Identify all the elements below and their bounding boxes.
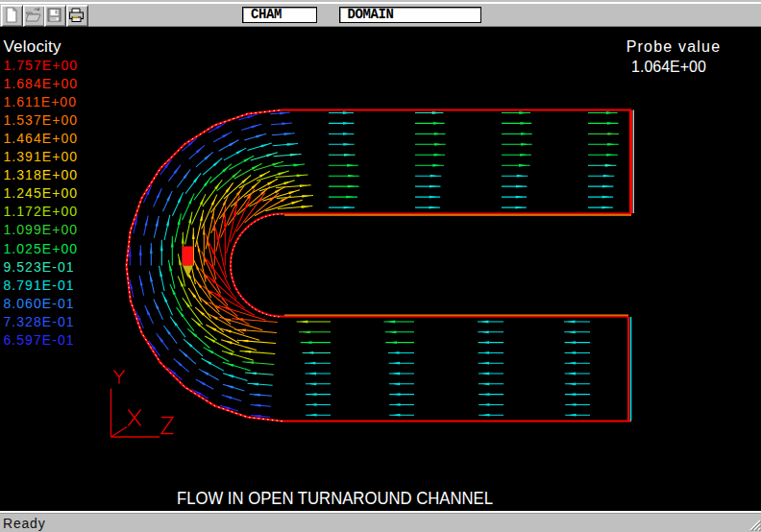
svg-text:1.245E+00: 1.245E+00 bbox=[4, 185, 79, 201]
svg-text:1.537E+00: 1.537E+00 bbox=[4, 112, 79, 128]
svg-text:8.791E-01: 8.791E-01 bbox=[4, 278, 75, 293]
svg-text:1.611E+00: 1.611E+00 bbox=[4, 94, 78, 109]
svg-text:1.684E+00: 1.684E+00 bbox=[4, 76, 79, 91]
svg-text:1.099E+00: 1.099E+00 bbox=[4, 222, 79, 237]
svg-text:1.025E+00: 1.025E+00 bbox=[4, 241, 79, 256]
svg-text:8.060E-01: 8.060E-01 bbox=[4, 296, 75, 311]
svg-text:Probe value: Probe value bbox=[626, 38, 722, 55]
svg-text:9.523E-01: 9.523E-01 bbox=[4, 259, 75, 275]
svg-text:1.318E+00: 1.318E+00 bbox=[4, 167, 79, 182]
svg-text:1.172E+00: 1.172E+00 bbox=[4, 204, 79, 219]
svg-text:1.464E+00: 1.464E+00 bbox=[4, 131, 79, 146]
svg-text:7.328E-01: 7.328E-01 bbox=[4, 314, 75, 329]
svg-text:Velocity: Velocity bbox=[4, 37, 61, 56]
svg-text:FLOW IN OPEN TURNAROUND CHANNE: FLOW IN OPEN TURNAROUND CHANNEL bbox=[177, 489, 493, 508]
svg-text:1.391E+00: 1.391E+00 bbox=[4, 149, 79, 164]
svg-text:1.064E+00: 1.064E+00 bbox=[631, 59, 706, 75]
svg-text:6.597E-01: 6.597E-01 bbox=[4, 332, 75, 348]
svg-text:1.757E+00: 1.757E+00 bbox=[4, 58, 79, 73]
